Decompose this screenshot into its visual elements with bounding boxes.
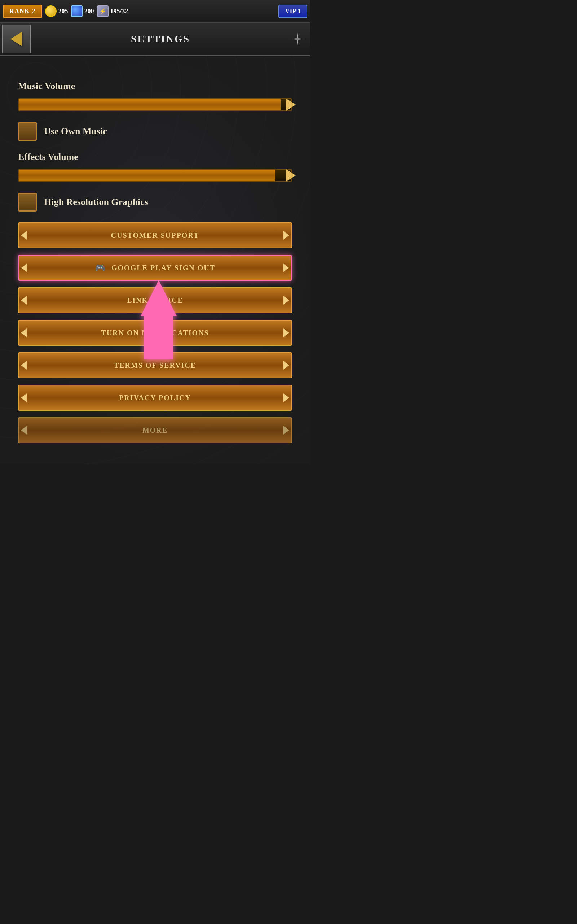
google-play-sign-out-button[interactable]: 🎮 GOOGLE PLAY SIGN OUT — [18, 255, 292, 281]
coins-display: 205 — [45, 5, 68, 17]
deco-arrow-left-icon — [21, 231, 27, 240]
privacy-policy-button[interactable]: PRIVACY POLICY — [18, 385, 292, 411]
gamepad-icon: 🎮 — [95, 263, 106, 273]
energy-value: 195/32 — [110, 8, 128, 15]
deco-arrow-left-icon-5 — [21, 361, 27, 370]
page-title: SETTINGS — [32, 33, 288, 45]
gem-icon — [71, 5, 82, 17]
btn-deco-right-4 — [281, 320, 292, 345]
effects-volume-slider-container — [18, 169, 292, 182]
link-device-button[interactable]: LINK DEVICE — [18, 287, 292, 313]
deco-arrow-right-icon-7 — [284, 426, 289, 435]
btn-deco-left-6 — [19, 386, 29, 410]
customer-support-button[interactable]: CUSTOMER SUPPORT — [18, 222, 292, 248]
gems-display: 200 — [71, 5, 94, 17]
vip-badge: VIP 1 — [279, 5, 307, 18]
customer-support-label: CUSTOMER SUPPORT — [111, 231, 200, 240]
btn-deco-left-2 — [19, 256, 29, 280]
link-device-label: LINK DEVICE — [127, 296, 183, 305]
btn-deco-right-2 — [281, 256, 291, 280]
effects-volume-fill — [19, 170, 275, 181]
music-volume-fill — [19, 99, 280, 110]
energy-icon — [97, 5, 108, 17]
deco-arrow-left-icon-6 — [21, 393, 27, 402]
use-own-music-label: Use Own Music — [44, 126, 107, 137]
deco-arrow-right-icon-4 — [284, 328, 289, 337]
back-button[interactable] — [2, 24, 31, 53]
top-bar: RANK 2 205 200 195/32 VIP 1 — [0, 0, 310, 23]
deco-arrow-left-icon-4 — [21, 328, 27, 337]
privacy-policy-label: PRIVACY POLICY — [119, 394, 191, 402]
gem-value: 200 — [84, 8, 94, 15]
music-volume-thumb[interactable] — [285, 98, 296, 111]
rank-badge: RANK 2 — [3, 5, 42, 18]
music-volume-label: Music Volume — [18, 81, 292, 92]
deco-arrow-right-icon-5 — [284, 361, 289, 370]
music-volume-slider-container — [18, 98, 292, 111]
back-arrow-icon — [10, 32, 22, 46]
deco-arrow-right-icon-3 — [284, 296, 289, 305]
use-own-music-checkbox[interactable] — [18, 122, 37, 141]
btn-deco-right-3 — [281, 288, 292, 313]
svg-point-0 — [297, 38, 298, 40]
btn-deco-right-6 — [281, 386, 292, 410]
btn-deco-left-7 — [19, 418, 29, 443]
deco-arrow-left-icon-2 — [21, 263, 27, 272]
effects-volume-track[interactable] — [18, 169, 292, 182]
more-label: MORE — [142, 426, 168, 435]
high-res-row: High Resolution Graphics — [18, 193, 292, 212]
btn-deco-left-1 — [19, 223, 29, 247]
effects-volume-thumb[interactable] — [285, 169, 296, 182]
use-own-music-row: Use Own Music — [18, 122, 292, 141]
btn-deco-left-4 — [19, 320, 29, 345]
deco-arrow-right-icon-6 — [284, 393, 289, 402]
deco-arrow-left-icon-7 — [21, 426, 27, 435]
terms-of-service-label: TERMS OF SERVICE — [114, 361, 196, 370]
btn-deco-right-5 — [281, 353, 292, 378]
high-res-label: High Resolution Graphics — [44, 197, 148, 208]
nav-icon[interactable] — [288, 30, 306, 48]
btn-deco-right-7 — [281, 418, 292, 443]
coin-icon — [45, 5, 56, 17]
terms-of-service-button[interactable]: TERMS OF SERVICE — [18, 352, 292, 378]
high-res-checkbox[interactable] — [18, 193, 37, 212]
deco-arrow-right-icon-2 — [283, 263, 289, 272]
coin-value: 205 — [58, 8, 68, 15]
btn-deco-left-3 — [19, 288, 29, 313]
more-button[interactable]: MORE — [18, 417, 292, 443]
deco-arrow-right-icon — [284, 231, 289, 240]
music-volume-track[interactable] — [18, 98, 292, 111]
turn-on-notifications-button[interactable]: TURN ON NOTIFICATIONS — [18, 320, 292, 346]
btn-deco-left-5 — [19, 353, 29, 378]
btn-deco-right-1 — [281, 223, 292, 247]
energy-display: 195/32 — [97, 5, 128, 17]
google-play-sign-out-label: GOOGLE PLAY SIGN OUT — [111, 264, 215, 272]
page-header: SETTINGS — [0, 23, 310, 56]
effects-volume-label: Effects Volume — [18, 152, 292, 162]
compass-icon — [290, 32, 305, 46]
settings-content: Music Volume Use Own Music Effects Volum… — [0, 56, 310, 464]
buttons-container: CUSTOMER SUPPORT 🎮 GOOGLE PLAY SIGN OUT — [18, 222, 292, 443]
deco-arrow-left-icon-3 — [21, 296, 27, 305]
turn-on-notifications-label: TURN ON NOTIFICATIONS — [101, 329, 209, 337]
